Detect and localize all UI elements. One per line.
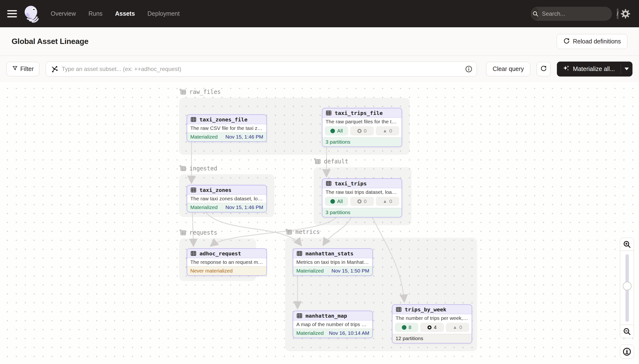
success-dot-icon	[330, 199, 335, 204]
group-label-metrics[interactable]: metrics	[285, 228, 320, 236]
asset-name: adhoc_request	[200, 250, 241, 256]
failed-triangle-icon: ▲	[383, 199, 387, 204]
table-icon	[396, 306, 402, 312]
success-dot-icon	[330, 129, 335, 133]
nav-deployment[interactable]: Deployment	[148, 10, 180, 17]
clear-query-button[interactable]: Clear query	[486, 62, 530, 76]
asset-group-icon	[285, 228, 292, 236]
asset-node-taxi-trips-file[interactable]: taxi_trips_file The raw parquet files fo…	[322, 108, 402, 147]
materialize-all-button[interactable]: Materialize all...	[557, 62, 632, 76]
refresh-icon	[563, 38, 570, 46]
nav-overview[interactable]: Overview	[51, 10, 76, 17]
hamburger-icon[interactable]	[7, 10, 17, 18]
lineage-canvas[interactable]: raw_files ingested default requests metr…	[0, 82, 639, 364]
partitions-count: 3 partitions	[326, 210, 350, 215]
asset-description: The number of trips per week, aggreg...	[392, 314, 472, 322]
nav-runs[interactable]: Runs	[88, 10, 102, 17]
asset-name: taxi_zones	[200, 187, 231, 193]
materialize-all-label: Materialize all...	[573, 66, 615, 72]
status-timestamp: Nov 15, 1:50 PM	[332, 268, 369, 274]
funnel-icon	[12, 66, 18, 73]
download-button[interactable]	[620, 345, 634, 359]
global-search[interactable]: /	[531, 7, 612, 21]
partitions-success-pill: 8	[395, 323, 418, 332]
partitions-missing-pill: 0	[350, 126, 374, 136]
partitions-success-pill: All	[325, 197, 348, 206]
asset-query-field	[46, 62, 477, 76]
search-shortcut-badge: /	[617, 8, 618, 19]
partitions-failed-pill: ▲0	[376, 126, 399, 136]
group-label-requests[interactable]: requests	[179, 229, 217, 236]
zoom-out-button[interactable]	[620, 325, 634, 338]
asset-node-taxi-zones[interactable]: taxi_zones The raw taxi zones dataset, l…	[187, 185, 267, 212]
asset-graph-icon	[51, 65, 58, 74]
group-name: metrics	[295, 228, 320, 235]
status-timestamp: Nov 15, 1:46 PM	[226, 204, 263, 210]
asset-description: The response to an request made in th...	[187, 258, 266, 266]
group-name: ingested	[189, 165, 217, 172]
status-timestamp: Nov 16, 10:14 AM	[329, 330, 369, 336]
partitions-count: 3 partitions	[326, 139, 350, 145]
partitions-failed-pill: ▲0	[446, 323, 469, 332]
reload-definitions-button[interactable]: Reload definitions	[557, 34, 627, 49]
page-header: Global Asset Lineage Reload definitions	[0, 27, 639, 56]
top-nav: Overview Runs Assets Deployment /	[0, 0, 639, 27]
lineage-toolbar: Filter Clear query	[0, 56, 639, 82]
asset-name: taxi_trips_file	[335, 110, 383, 116]
asset-group-icon	[179, 165, 186, 172]
asset-name: trips_by_week	[405, 306, 446, 312]
asset-node-manhattan-stats[interactable]: manhattan_stats Metrics on taxi trips in…	[293, 248, 373, 276]
asset-node-taxi-trips[interactable]: taxi_trips The raw taxi trips dataset, l…	[322, 178, 402, 218]
table-icon	[190, 116, 197, 122]
group-name: requests	[189, 229, 217, 236]
table-icon	[296, 250, 303, 256]
zoom-in-button[interactable]	[620, 238, 634, 251]
success-dot-icon	[402, 325, 406, 330]
table-icon	[326, 180, 332, 186]
refresh-graph-button[interactable]	[537, 62, 551, 76]
asset-description: The raw parquet files for the taxi trips…	[322, 118, 402, 126]
asset-description: The raw CSV file for the taxi zones dat.…	[187, 124, 266, 132]
status-timestamp: Nov 15, 1:46 PM	[226, 134, 263, 140]
filter-button[interactable]: Filter	[7, 62, 39, 76]
partitions-failed-pill: ▲0	[376, 197, 399, 206]
partitions-missing-pill: 0	[350, 197, 374, 206]
partitions-count: 12 partitions	[396, 336, 423, 341]
gear-icon[interactable]	[619, 8, 632, 20]
group-label-default[interactable]: default	[314, 158, 348, 165]
nav-assets[interactable]: Assets	[115, 10, 135, 17]
asset-description: The raw taxi trips dataset, loaded into …	[322, 188, 402, 196]
failed-triangle-icon: ▲	[383, 129, 387, 133]
missing-ring-icon	[357, 129, 362, 133]
asset-group-icon	[179, 88, 186, 96]
download-icon	[622, 347, 631, 356]
group-name: default	[324, 158, 348, 165]
status-badge: Materialized	[190, 134, 218, 140]
status-badge: Materialized	[296, 330, 324, 336]
table-icon	[190, 250, 197, 256]
asset-node-trips-by-week[interactable]: trips_by_week The number of trips per we…	[392, 304, 472, 344]
asset-description: The raw taxi zones dataset, loaded int..…	[187, 195, 266, 203]
table-icon	[296, 312, 303, 319]
refresh-icon	[540, 65, 547, 73]
group-label-raw-files[interactable]: raw_files	[179, 88, 221, 96]
search-input[interactable]	[538, 10, 617, 17]
search-icon	[532, 8, 538, 20]
asset-query-input[interactable]	[46, 62, 477, 76]
asset-node-manhattan-map[interactable]: manhattan_map A map of the number of tri…	[293, 311, 373, 338]
partitions-success-pill: All	[325, 126, 348, 136]
asset-name: manhattan_map	[305, 313, 347, 319]
sparkle-icon	[563, 65, 570, 74]
materialize-dropdown-caret[interactable]	[621, 62, 632, 76]
dagster-logo[interactable]	[23, 5, 40, 23]
group-name: raw_files	[189, 88, 221, 95]
group-label-ingested[interactable]: ingested	[179, 165, 217, 172]
partitions-missing-pill: 4	[420, 323, 444, 332]
asset-node-adhoc-request[interactable]: adhoc_request The response to an request…	[187, 248, 267, 276]
page-title: Global Asset Lineage	[12, 37, 88, 46]
zoom-slider[interactable]	[620, 250, 634, 325]
asset-node-taxi-zones-file[interactable]: taxi_zones_file The raw CSV file for the…	[187, 114, 267, 142]
zoom-slider-thumb[interactable]	[623, 282, 631, 290]
info-icon[interactable]	[465, 65, 473, 74]
nav-links: Overview Runs Assets Deployment	[51, 10, 180, 17]
